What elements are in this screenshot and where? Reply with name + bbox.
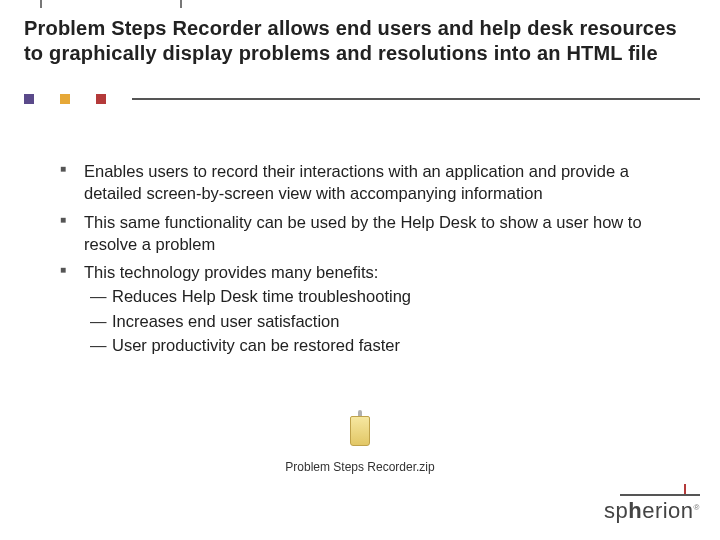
- accent-square-red: [96, 94, 106, 104]
- list-item: User productivity can be restored faster: [84, 334, 684, 356]
- logo-text: spherion®: [604, 498, 700, 523]
- sub-list: Reduces Help Desk time troubleshooting I…: [84, 285, 684, 356]
- logo-rule: [620, 494, 700, 496]
- attachment-filename: Problem Steps Recorder.zip: [260, 460, 460, 474]
- accent-square-purple: [24, 94, 34, 104]
- tick-mark: [180, 0, 182, 8]
- sub-bullet-text: Increases end user satisfaction: [112, 312, 339, 330]
- bullet-text: This technology provides many benefits:: [84, 263, 378, 281]
- list-item: This same functionality can be used by t…: [56, 211, 684, 256]
- slide-body: Enables users to record their interactio…: [56, 160, 684, 362]
- attachment[interactable]: Problem Steps Recorder.zip: [260, 410, 460, 474]
- accent-row: [24, 94, 700, 104]
- zip-file-icon: [346, 410, 374, 450]
- list-item: Enables users to record their interactio…: [56, 160, 684, 205]
- logo-suffix: erion: [642, 498, 693, 523]
- logo-bold: h: [628, 498, 642, 523]
- logo-tick: [684, 484, 686, 494]
- slide-top-ticks: [0, 0, 720, 8]
- title-rule: [132, 98, 700, 100]
- tick-mark: [40, 0, 42, 8]
- sub-bullet-text: User productivity can be restored faster: [112, 336, 400, 354]
- bullet-text: Enables users to record their interactio…: [84, 162, 629, 202]
- list-item: Reduces Help Desk time troubleshooting: [84, 285, 684, 307]
- sub-bullet-text: Reduces Help Desk time troubleshooting: [112, 287, 411, 305]
- list-item: Increases end user satisfaction: [84, 310, 684, 332]
- title-area: Problem Steps Recorder allows end users …: [24, 16, 700, 66]
- bullet-text: This same functionality can be used by t…: [84, 213, 642, 253]
- list-item: This technology provides many benefits: …: [56, 261, 684, 356]
- logo-prefix: sp: [604, 498, 628, 523]
- brand-logo: spherion®: [604, 494, 700, 524]
- accent-square-orange: [60, 94, 70, 104]
- bullet-list: Enables users to record their interactio…: [56, 160, 684, 356]
- slide-title: Problem Steps Recorder allows end users …: [24, 16, 700, 66]
- registered-mark: ®: [694, 503, 700, 512]
- slide: Problem Steps Recorder allows end users …: [0, 0, 720, 540]
